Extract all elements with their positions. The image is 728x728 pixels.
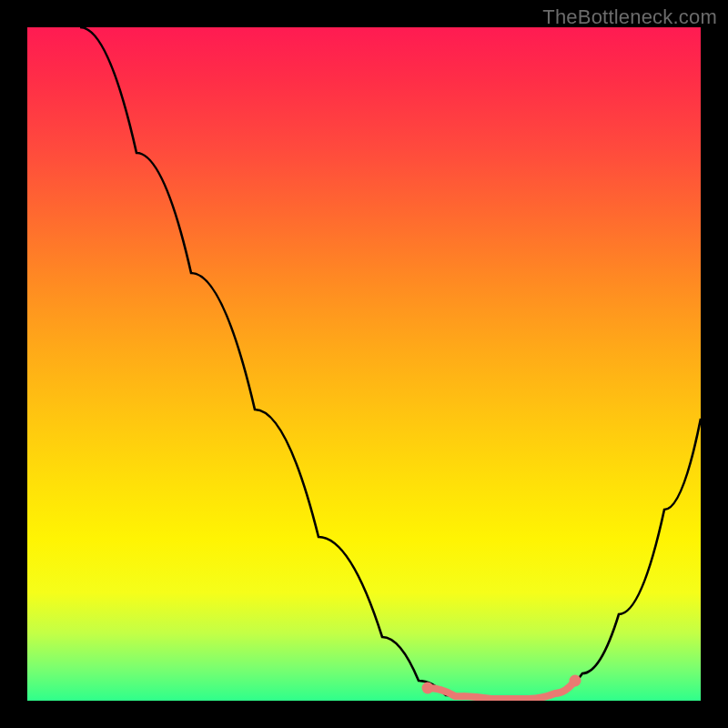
highlight-segment <box>422 675 581 700</box>
watermark-text: TheBottleneck.com <box>542 5 717 29</box>
chart-svg <box>27 27 701 701</box>
chart-frame: TheBottleneck.com <box>0 0 728 728</box>
highlight-marker <box>422 682 434 694</box>
highlight-marker <box>570 675 581 687</box>
plot-area <box>27 27 701 701</box>
curve-line <box>80 27 701 699</box>
